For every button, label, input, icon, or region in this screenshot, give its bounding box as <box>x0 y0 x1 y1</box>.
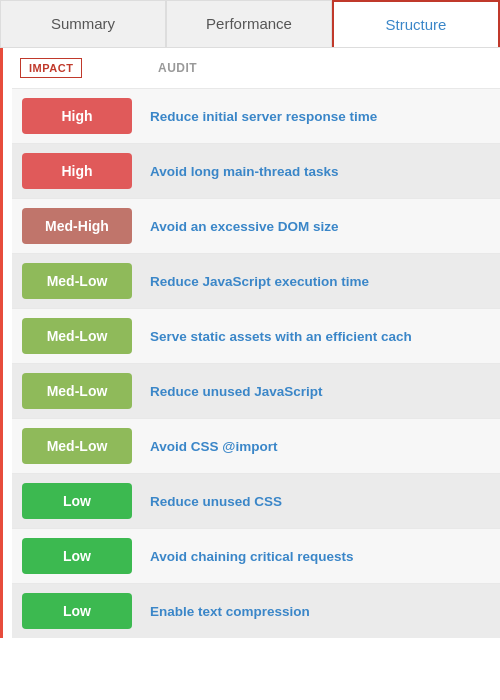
impact-cell: Med-Low <box>12 254 142 308</box>
table-header: IMPACT AUDIT <box>12 48 500 88</box>
table-row[interactable]: Med-High Avoid an excessive DOM size <box>12 198 500 253</box>
table-row[interactable]: Med-Low Avoid CSS @import <box>12 418 500 473</box>
audit-cell: Reduce unused CSS <box>142 474 500 528</box>
table-rows: High Reduce initial server response time… <box>12 88 500 638</box>
audit-cell: Reduce JavaScript execution time <box>142 254 500 308</box>
audit-cell: Avoid CSS @import <box>142 419 500 473</box>
impact-badge: Med-Low <box>22 428 132 464</box>
tab-summary[interactable]: Summary <box>0 0 166 47</box>
impact-cell: Med-Low <box>12 419 142 473</box>
tab-structure[interactable]: Structure <box>332 0 500 47</box>
impact-cell: Low <box>12 529 142 583</box>
impact-badge: High <box>22 153 132 189</box>
impact-badge: Med-High <box>22 208 132 244</box>
impact-cell: Low <box>12 584 142 638</box>
impact-badge: Med-Low <box>22 318 132 354</box>
audit-cell: Enable text compression <box>142 584 500 638</box>
audit-cell: Reduce initial server response time <box>142 89 500 143</box>
audit-table: IMPACT AUDIT High Reduce initial server … <box>0 48 500 638</box>
impact-badge: Low <box>22 538 132 574</box>
impact-cell: High <box>12 89 142 143</box>
impact-cell: High <box>12 144 142 198</box>
table-row[interactable]: Med-Low Reduce unused JavaScript <box>12 363 500 418</box>
impact-header-cell: IMPACT <box>20 58 150 78</box>
table-row[interactable]: Low Reduce unused CSS <box>12 473 500 528</box>
tab-bar: Summary Performance Structure <box>0 0 500 48</box>
impact-badge: Med-Low <box>22 373 132 409</box>
table-row[interactable]: Med-Low Reduce JavaScript execution time <box>12 253 500 308</box>
impact-label: IMPACT <box>20 58 82 78</box>
table-row[interactable]: Med-Low Serve static assets with an effi… <box>12 308 500 363</box>
tab-performance[interactable]: Performance <box>166 0 332 47</box>
audit-cell: Avoid long main-thread tasks <box>142 144 500 198</box>
impact-badge: Med-Low <box>22 263 132 299</box>
impact-cell: Low <box>12 474 142 528</box>
impact-badge: Low <box>22 593 132 629</box>
impact-badge: High <box>22 98 132 134</box>
audit-cell: Serve static assets with an efficient ca… <box>142 309 500 363</box>
audit-cell: Avoid an excessive DOM size <box>142 199 500 253</box>
audit-cell: Reduce unused JavaScript <box>142 364 500 418</box>
table-row[interactable]: High Reduce initial server response time <box>12 88 500 143</box>
table-row[interactable]: Low Avoid chaining critical requests <box>12 528 500 583</box>
table-row[interactable]: High Avoid long main-thread tasks <box>12 143 500 198</box>
impact-cell: Med-Low <box>12 364 142 418</box>
impact-badge: Low <box>22 483 132 519</box>
table-row[interactable]: Low Enable text compression <box>12 583 500 638</box>
impact-cell: Med-High <box>12 199 142 253</box>
impact-cell: Med-Low <box>12 309 142 363</box>
audit-header-cell: AUDIT <box>150 61 197 75</box>
audit-cell: Avoid chaining critical requests <box>142 529 500 583</box>
